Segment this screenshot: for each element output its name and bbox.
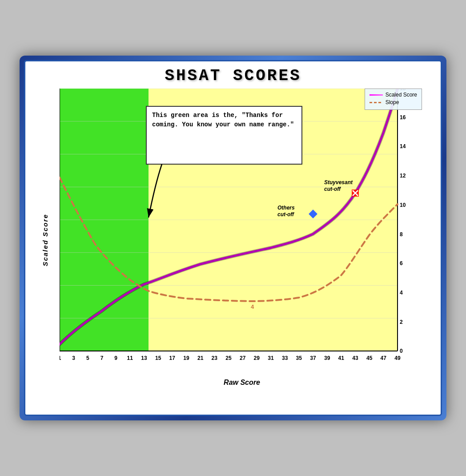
chart-svg: 0 50 100 150 200 250 300 350 400 xyxy=(60,89,424,378)
callout-box: This green area is the, "Thanks for comi… xyxy=(149,109,300,162)
svg-text:43: 43 xyxy=(352,355,358,361)
outer-frame: SHSAT SCORES Scaled Score Scaled Score xyxy=(20,56,446,420)
svg-text:29: 29 xyxy=(254,355,260,361)
svg-text:41: 41 xyxy=(338,355,345,361)
svg-text:11: 11 xyxy=(127,355,133,361)
svg-text:2: 2 xyxy=(400,319,403,325)
svg-text:37: 37 xyxy=(310,355,316,361)
svg-text:35: 35 xyxy=(296,355,302,361)
x-axis-labels: 1 3 5 7 9 11 13 15 17 19 21 23 2 xyxy=(60,355,401,361)
svg-text:8: 8 xyxy=(400,231,403,238)
inner-frame: SHSAT SCORES Scaled Score Scaled Score xyxy=(24,60,442,416)
stuyvesant-marker xyxy=(352,190,359,197)
svg-text:7: 7 xyxy=(100,355,104,361)
legend-item-slope: Slope xyxy=(370,99,417,105)
slope-label-4: 4 xyxy=(251,303,254,310)
stuyvesant-label: Stuyvesant xyxy=(324,179,353,186)
y-axis-label: Scaled Score xyxy=(41,214,49,266)
chart-container: SHSAT SCORES Scaled Score Scaled Score xyxy=(31,67,435,409)
svg-text:47: 47 xyxy=(381,355,387,361)
svg-text:25: 25 xyxy=(225,355,232,361)
legend-item-scaled-score: Scaled Score xyxy=(370,92,417,98)
x-axis-label: Raw Score xyxy=(60,379,424,387)
svg-text:19: 19 xyxy=(183,355,189,361)
svg-text:33: 33 xyxy=(282,355,288,361)
svg-text:1: 1 xyxy=(60,355,61,361)
svg-text:39: 39 xyxy=(324,355,330,361)
svg-text:49: 49 xyxy=(394,355,401,361)
svg-text:14: 14 xyxy=(400,143,406,149)
svg-text:5: 5 xyxy=(86,355,89,361)
svg-text:45: 45 xyxy=(366,355,373,361)
legend-box: Scaled Score Slope xyxy=(365,89,422,110)
svg-text:15: 15 xyxy=(155,355,161,361)
y-axis-right-labels: 0 2 4 6 8 10 12 14 16 18 xyxy=(400,89,406,354)
svg-text:6: 6 xyxy=(400,260,403,266)
svg-text:27: 27 xyxy=(240,355,246,361)
svg-text:3: 3 xyxy=(72,355,75,361)
svg-text:12: 12 xyxy=(400,173,406,179)
others-cutoff-label: cut-off xyxy=(277,211,294,218)
others-label: Others xyxy=(277,205,295,211)
chart-title: SHSAT SCORES xyxy=(31,67,435,85)
svg-text:10: 10 xyxy=(400,202,406,208)
svg-text:9: 9 xyxy=(114,355,117,361)
svg-text:31: 31 xyxy=(268,355,274,361)
svg-text:0: 0 xyxy=(400,348,403,354)
svg-text:23: 23 xyxy=(212,355,218,361)
svg-text:16: 16 xyxy=(400,114,406,121)
svg-text:4: 4 xyxy=(400,290,403,296)
svg-text:21: 21 xyxy=(197,355,204,361)
svg-text:13: 13 xyxy=(141,355,147,361)
legend-label-scaled-score: Scaled Score xyxy=(386,92,417,98)
stuyvesant-cutoff-label: cut-off xyxy=(324,186,341,192)
svg-text:17: 17 xyxy=(169,355,176,361)
legend-label-slope: Slope xyxy=(386,99,399,105)
